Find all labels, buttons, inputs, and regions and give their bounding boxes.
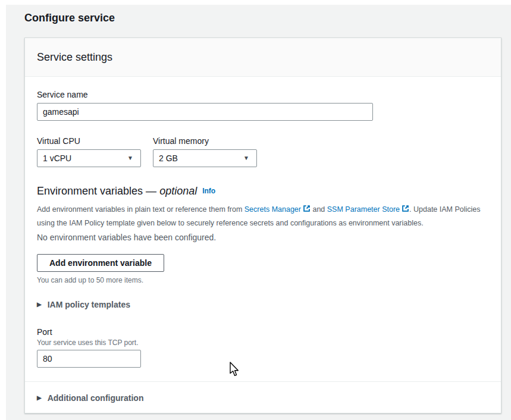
virtual-cpu-selected-value: 1 vCPU: [43, 153, 71, 163]
virtual-cpu-label: Virtual CPU: [37, 135, 141, 147]
external-link-icon: [303, 205, 311, 212]
iam-policy-templates-label: IAM policy templates: [48, 299, 130, 310]
port-description: Your service uses this TCP port.: [37, 338, 489, 347]
caret-down-icon: ▼: [127, 155, 133, 161]
additional-configuration-label: Additional configuration: [48, 393, 144, 403]
virtual-memory-label: Virtual memory: [153, 135, 257, 147]
console-content-area: Configure service Service settings Servi…: [6, 5, 511, 420]
expander-triangle-icon: ▶: [37, 395, 42, 401]
service-name-input[interactable]: [37, 103, 373, 121]
heading-dash: —: [146, 185, 159, 197]
environment-empty-state: No environment variables have been confi…: [37, 231, 489, 244]
secrets-manager-link[interactable]: Secrets Manager: [244, 205, 301, 214]
description-text: and: [311, 205, 327, 214]
card-body: Service name Virtual CPU 1 vCPU ▼ Virtua…: [25, 77, 501, 368]
card-header-title: Service settings: [37, 50, 489, 64]
port-label: Port: [37, 327, 489, 337]
additional-configuration-expander[interactable]: ▶ Additional configuration: [37, 393, 489, 403]
info-link[interactable]: Info: [202, 187, 215, 195]
external-link-icon: [402, 205, 409, 212]
cpu-memory-row: Virtual CPU 1 vCPU ▼ Virtual memory 2 GB…: [37, 135, 489, 167]
add-environment-variable-button[interactable]: Add environment variable: [37, 254, 164, 272]
port-input[interactable]: [37, 350, 141, 368]
caret-down-icon: ▼: [243, 155, 249, 161]
optional-label: optional: [159, 185, 197, 197]
environment-variables-heading-text: Environment variables: [37, 185, 143, 197]
service-name-label: Service name: [37, 89, 489, 101]
description-text: Add environment variables in plain text …: [37, 205, 244, 214]
environment-description: Add environment variables in plain text …: [37, 203, 495, 230]
card-header: Service settings: [25, 38, 501, 77]
expander-triangle-icon: ▶: [37, 302, 42, 308]
card-footer: ▶ Additional configuration: [25, 381, 501, 413]
virtual-cpu-field: Virtual CPU 1 vCPU ▼: [37, 135, 141, 167]
virtual-cpu-select[interactable]: 1 vCPU ▼: [37, 149, 141, 167]
ssm-parameter-store-link[interactable]: SSM Parameter Store: [327, 205, 400, 214]
page-title: Configure service: [24, 11, 511, 24]
virtual-memory-field: Virtual memory 2 GB ▼: [153, 135, 257, 167]
environment-variables-heading: Environment variables — optionalInfo: [37, 184, 489, 198]
environment-limit-note: You can add up to 50 more items.: [37, 275, 489, 285]
virtual-memory-selected-value: 2 GB: [159, 153, 178, 163]
virtual-memory-select[interactable]: 2 GB ▼: [153, 149, 257, 167]
service-settings-card: Service settings Service name Virtual CP…: [24, 37, 501, 413]
iam-policy-templates-expander[interactable]: ▶ IAM policy templates: [37, 299, 489, 310]
